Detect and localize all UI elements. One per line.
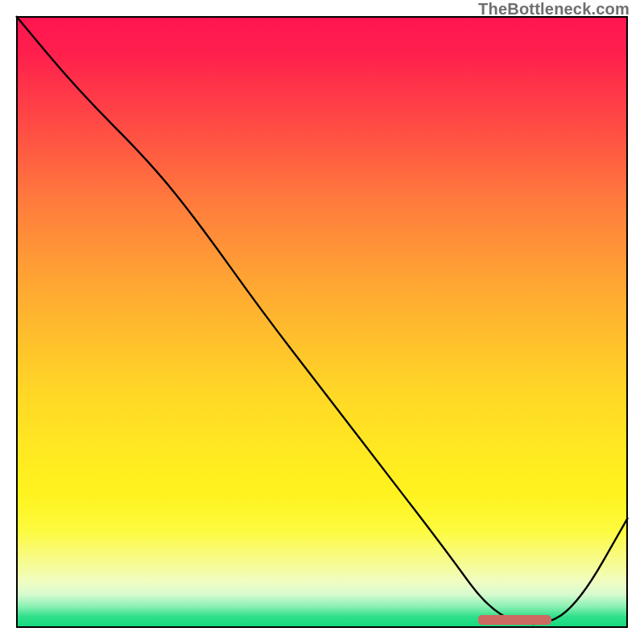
minimum-band: [478, 615, 551, 625]
chart-stage: TheBottleneck.com: [0, 0, 644, 644]
bottleneck-curve: [16, 16, 628, 624]
curve-layer: [16, 16, 628, 628]
plot-area: [16, 16, 628, 628]
